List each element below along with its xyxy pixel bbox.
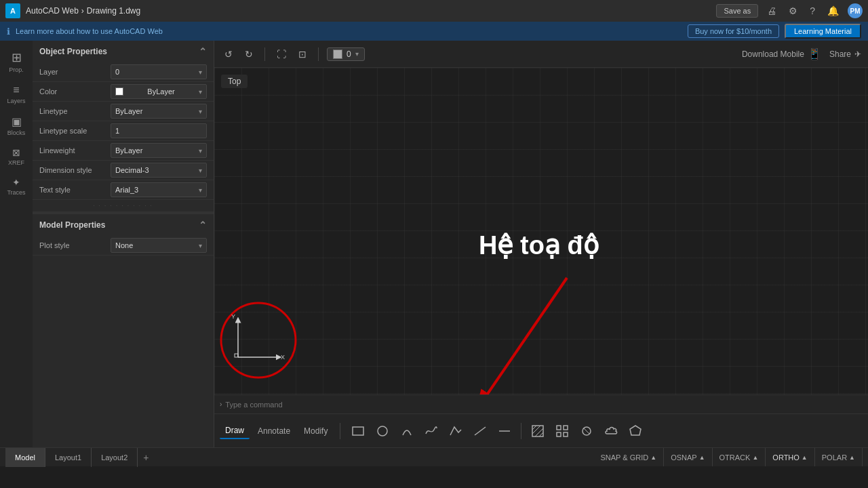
- view-label[interactable]: Top: [221, 75, 248, 88]
- settings-icon[interactable]: ⚙: [785, 4, 801, 18]
- osnap-toggle[interactable]: OSNAP ▲: [664, 448, 712, 466]
- print-icon[interactable]: 🖨: [764, 4, 780, 18]
- redo-button[interactable]: ↻: [241, 47, 256, 62]
- tab-annotate[interactable]: Annotate: [252, 424, 296, 439]
- wipeout-tool[interactable]: [576, 420, 597, 442]
- text-style-value[interactable]: Arial_3 ▾: [111, 182, 207, 197]
- plot-style-value[interactable]: None ▾: [111, 238, 207, 253]
- layout2-tab[interactable]: Layout2: [92, 448, 138, 467]
- rectangle-tool[interactable]: [347, 420, 369, 442]
- notification-icon[interactable]: 🔔: [824, 4, 842, 18]
- collapse-icon[interactable]: ⌃: [199, 46, 207, 57]
- lineweight-chevron: ▾: [199, 147, 202, 155]
- sidebar-item-blocks[interactable]: ▣ Blocks: [0, 111, 33, 140]
- color-swatch: [115, 87, 123, 96]
- sidebar-item-properties[interactable]: ⊞ Prop.: [0, 46, 33, 77]
- otrack-toggle[interactable]: OTRACK ▲: [713, 448, 766, 466]
- polar-toggle[interactable]: POLAR ▲: [815, 448, 863, 466]
- command-input[interactable]: [225, 401, 863, 409]
- learning-material-button[interactable]: Learning Material: [785, 24, 861, 39]
- svg-rect-22: [564, 426, 568, 430]
- bottom-toolbar: Draw Annotate Modify: [214, 413, 868, 447]
- tab-draw[interactable]: Draw: [220, 423, 250, 439]
- otrack-chevron: ▲: [752, 454, 758, 461]
- svg-rect-21: [557, 426, 561, 430]
- save-as-button[interactable]: Save as: [716, 4, 758, 18]
- line-tool[interactable]: [469, 420, 491, 442]
- sidebar-item-xref[interactable]: ⊠ XREF: [0, 143, 33, 170]
- user-avatar[interactable]: PM: [848, 3, 863, 18]
- color-label: Color: [39, 87, 111, 96]
- linetype-scale-row: Linetype scale 1: [33, 121, 214, 141]
- polygon-tool[interactable]: [625, 420, 646, 442]
- dimension-style-chevron: ▾: [199, 167, 202, 174]
- fullscreen-button[interactable]: ⛶: [273, 47, 290, 62]
- layer-chevron: ▾: [199, 68, 202, 76]
- layout1-tab[interactable]: Layout1: [45, 448, 92, 467]
- svg-line-12: [475, 427, 486, 435]
- array-tool[interactable]: [551, 420, 573, 442]
- polar-label: POLAR: [822, 453, 847, 462]
- object-properties-header[interactable]: Object Properties ⌃: [33, 41, 214, 62]
- spline-tool[interactable]: [420, 420, 442, 442]
- snap-grid-label: SNAP & GRID: [600, 453, 648, 462]
- extend-tool[interactable]: [494, 420, 515, 442]
- layer-value[interactable]: 0 ▾: [111, 64, 207, 79]
- dimension-style-label: Dimension style: [39, 166, 111, 174]
- app-name: AutoCAD Web: [26, 6, 79, 16]
- plot-style-row: Plot style None ▾: [33, 236, 214, 256]
- ortho-toggle[interactable]: ORTHO ▲: [766, 448, 814, 466]
- canvas-toolbar: ↺ ↻ ⛶ ⊡ 0 ▾ Download Mobile 📱 Share ✈: [214, 41, 868, 68]
- snap-grid-chevron: ▲: [650, 454, 656, 461]
- tab-modify[interactable]: Modify: [298, 424, 333, 439]
- color-chevron: ▾: [199, 88, 202, 96]
- layers-icon: ≡: [13, 84, 19, 96]
- ortho-chevron: ▲: [802, 454, 808, 461]
- linetype-value[interactable]: ByLayer ▾: [111, 104, 207, 119]
- toolbar-separator-2: [318, 47, 319, 61]
- circle-tool[interactable]: [372, 420, 393, 442]
- color-value[interactable]: ByLayer ▾: [111, 84, 207, 99]
- linetype-row: Linetype ByLayer ▾: [33, 102, 214, 121]
- dimension-style-value[interactable]: Decimal-3 ▾: [111, 163, 207, 178]
- layer-selector-chevron: ▾: [355, 50, 359, 58]
- arc-tool[interactable]: [396, 420, 418, 442]
- model-tab[interactable]: Model: [5, 448, 45, 467]
- command-bar: ›: [214, 394, 868, 413]
- hatch-tool[interactable]: [527, 420, 549, 442]
- layer-row: Layer 0 ▾: [33, 62, 214, 82]
- add-layout-button[interactable]: +: [138, 452, 154, 463]
- file-name: Drawing 1.dwg: [87, 6, 140, 16]
- viewport[interactable]: Top Hệ toạ độ: [214, 68, 868, 394]
- snap-grid-toggle[interactable]: SNAP & GRID ▲: [593, 448, 664, 466]
- layout-tabs: Model Layout1 Layout2 +: [5, 448, 154, 467]
- model-collapse-icon[interactable]: ⌃: [199, 220, 207, 230]
- revision-cloud-tool[interactable]: [600, 420, 622, 442]
- polyline-tool[interactable]: [445, 420, 467, 442]
- share-button[interactable]: Share ✈: [829, 49, 861, 59]
- sidebar-item-traces[interactable]: ✦ Traces: [0, 173, 33, 200]
- canvas-area: ↺ ↻ ⛶ ⊡ 0 ▾ Download Mobile 📱 Share ✈: [214, 41, 868, 447]
- blocks-icon: ▣: [12, 115, 22, 128]
- model-properties-header[interactable]: Model Properties ⌃: [33, 214, 214, 236]
- help-icon[interactable]: ?: [806, 4, 818, 18]
- sidebar-item-layers[interactable]: ≡ Layers: [0, 80, 33, 108]
- linetype-label: Linetype: [39, 107, 111, 115]
- axes-svg: Y X: [228, 313, 289, 367]
- dots-divider: · · · · · · · · · · ·: [33, 200, 214, 211]
- mobile-icon: 📱: [808, 47, 821, 60]
- lineweight-value[interactable]: ByLayer ▾: [111, 143, 207, 158]
- view-toggle-button[interactable]: ⊡: [295, 47, 310, 62]
- download-mobile-button[interactable]: Download Mobile 📱: [742, 47, 821, 60]
- undo-button[interactable]: ↺: [221, 47, 236, 62]
- app-icon: A: [5, 3, 20, 18]
- share-icon: ✈: [854, 49, 861, 59]
- linetype-scale-value[interactable]: 1: [111, 123, 207, 138]
- layer-selector[interactable]: 0 ▾: [327, 47, 365, 61]
- layers-label: Layers: [7, 98, 25, 104]
- titlebar: A AutoCAD Web › Drawing 1.dwg Save as 🖨 …: [0, 0, 868, 22]
- buy-button[interactable]: Buy now for $10/month: [688, 24, 779, 38]
- svg-rect-10: [353, 427, 363, 435]
- text-style-chevron: ▾: [199, 186, 202, 194]
- properties-panel: Object Properties ⌃ Layer 0 ▾ Color ByLa…: [33, 41, 214, 447]
